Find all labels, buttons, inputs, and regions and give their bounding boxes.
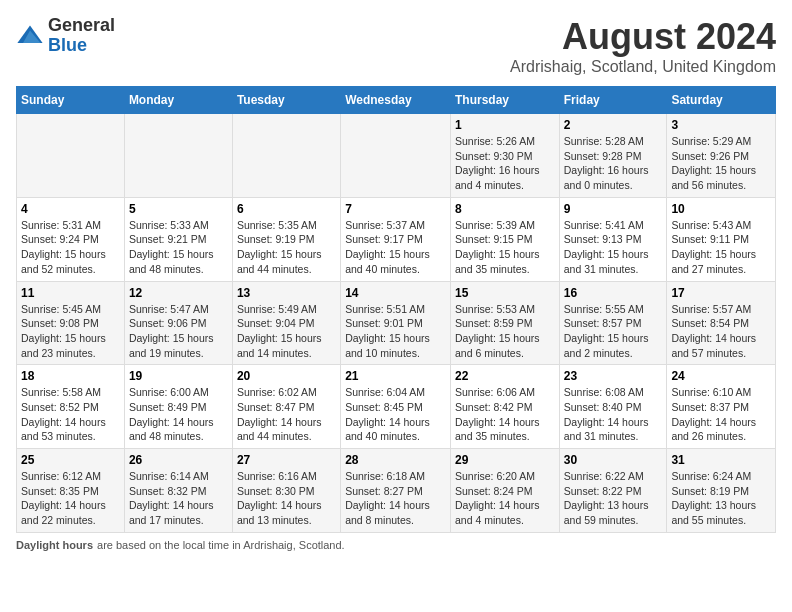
- day-number: 20: [237, 369, 336, 383]
- day-number: 19: [129, 369, 228, 383]
- cell-details: Sunrise: 6:24 AMSunset: 8:19 PMDaylight:…: [671, 469, 771, 528]
- cell-details: Sunrise: 5:41 AMSunset: 9:13 PMDaylight:…: [564, 218, 663, 277]
- day-number: 8: [455, 202, 555, 216]
- calendar-cell: 18Sunrise: 5:58 AMSunset: 8:52 PMDayligh…: [17, 365, 125, 449]
- header: General Blue August 2024 Ardrishaig, Sco…: [16, 16, 776, 76]
- logo-general: General: [48, 16, 115, 36]
- day-number: 26: [129, 453, 228, 467]
- calendar-cell: 1Sunrise: 5:26 AMSunset: 9:30 PMDaylight…: [450, 114, 559, 198]
- cell-details: Sunrise: 6:18 AMSunset: 8:27 PMDaylight:…: [345, 469, 446, 528]
- calendar-cell: 3Sunrise: 5:29 AMSunset: 9:26 PMDaylight…: [667, 114, 776, 198]
- day-number: 7: [345, 202, 446, 216]
- day-number: 18: [21, 369, 120, 383]
- day-number: 2: [564, 118, 663, 132]
- day-number: 14: [345, 286, 446, 300]
- cell-details: Sunrise: 5:55 AMSunset: 8:57 PMDaylight:…: [564, 302, 663, 361]
- cell-details: Sunrise: 6:00 AMSunset: 8:49 PMDaylight:…: [129, 385, 228, 444]
- footer-label: Daylight hours: [16, 539, 93, 551]
- calendar-cell: 27Sunrise: 6:16 AMSunset: 8:30 PMDayligh…: [232, 449, 340, 533]
- day-number: 1: [455, 118, 555, 132]
- calendar-cell: 29Sunrise: 6:20 AMSunset: 8:24 PMDayligh…: [450, 449, 559, 533]
- cell-details: Sunrise: 5:26 AMSunset: 9:30 PMDaylight:…: [455, 134, 555, 193]
- col-friday: Friday: [559, 87, 667, 114]
- day-number: 5: [129, 202, 228, 216]
- calendar-body: 1Sunrise: 5:26 AMSunset: 9:30 PMDaylight…: [17, 114, 776, 533]
- day-number: 24: [671, 369, 771, 383]
- cell-details: Sunrise: 5:45 AMSunset: 9:08 PMDaylight:…: [21, 302, 120, 361]
- calendar-cell: [232, 114, 340, 198]
- calendar-cell: 17Sunrise: 5:57 AMSunset: 8:54 PMDayligh…: [667, 281, 776, 365]
- footer: Daylight hours are based on the local ti…: [16, 539, 776, 551]
- cell-details: Sunrise: 5:58 AMSunset: 8:52 PMDaylight:…: [21, 385, 120, 444]
- header-row: Sunday Monday Tuesday Wednesday Thursday…: [17, 87, 776, 114]
- cell-details: Sunrise: 6:16 AMSunset: 8:30 PMDaylight:…: [237, 469, 336, 528]
- calendar-cell: [341, 114, 451, 198]
- col-monday: Monday: [124, 87, 232, 114]
- calendar-table: Sunday Monday Tuesday Wednesday Thursday…: [16, 86, 776, 533]
- calendar-cell: 30Sunrise: 6:22 AMSunset: 8:22 PMDayligh…: [559, 449, 667, 533]
- calendar-cell: 21Sunrise: 6:04 AMSunset: 8:45 PMDayligh…: [341, 365, 451, 449]
- calendar-cell: 15Sunrise: 5:53 AMSunset: 8:59 PMDayligh…: [450, 281, 559, 365]
- logo-blue: Blue: [48, 36, 115, 56]
- cell-details: Sunrise: 5:39 AMSunset: 9:15 PMDaylight:…: [455, 218, 555, 277]
- calendar-cell: 22Sunrise: 6:06 AMSunset: 8:42 PMDayligh…: [450, 365, 559, 449]
- day-number: 29: [455, 453, 555, 467]
- col-sunday: Sunday: [17, 87, 125, 114]
- subtitle: Ardrishaig, Scotland, United Kingdom: [510, 58, 776, 76]
- day-number: 13: [237, 286, 336, 300]
- col-saturday: Saturday: [667, 87, 776, 114]
- cell-details: Sunrise: 6:12 AMSunset: 8:35 PMDaylight:…: [21, 469, 120, 528]
- main-title: August 2024: [510, 16, 776, 58]
- day-number: 23: [564, 369, 663, 383]
- calendar-cell: 14Sunrise: 5:51 AMSunset: 9:01 PMDayligh…: [341, 281, 451, 365]
- cell-details: Sunrise: 6:10 AMSunset: 8:37 PMDaylight:…: [671, 385, 771, 444]
- logo-text: General Blue: [48, 16, 115, 56]
- cell-details: Sunrise: 5:49 AMSunset: 9:04 PMDaylight:…: [237, 302, 336, 361]
- cell-details: Sunrise: 6:14 AMSunset: 8:32 PMDaylight:…: [129, 469, 228, 528]
- day-number: 30: [564, 453, 663, 467]
- footer-text: are based on the local time in Ardrishai…: [97, 539, 345, 551]
- day-number: 22: [455, 369, 555, 383]
- day-number: 16: [564, 286, 663, 300]
- title-section: August 2024 Ardrishaig, Scotland, United…: [510, 16, 776, 76]
- day-number: 17: [671, 286, 771, 300]
- cell-details: Sunrise: 5:51 AMSunset: 9:01 PMDaylight:…: [345, 302, 446, 361]
- day-number: 25: [21, 453, 120, 467]
- cell-details: Sunrise: 6:22 AMSunset: 8:22 PMDaylight:…: [564, 469, 663, 528]
- cell-details: Sunrise: 5:57 AMSunset: 8:54 PMDaylight:…: [671, 302, 771, 361]
- cell-details: Sunrise: 6:02 AMSunset: 8:47 PMDaylight:…: [237, 385, 336, 444]
- calendar-cell: 24Sunrise: 6:10 AMSunset: 8:37 PMDayligh…: [667, 365, 776, 449]
- calendar-cell: 26Sunrise: 6:14 AMSunset: 8:32 PMDayligh…: [124, 449, 232, 533]
- calendar-cell: 31Sunrise: 6:24 AMSunset: 8:19 PMDayligh…: [667, 449, 776, 533]
- calendar-cell: [124, 114, 232, 198]
- calendar-cell: 4Sunrise: 5:31 AMSunset: 9:24 PMDaylight…: [17, 197, 125, 281]
- day-number: 9: [564, 202, 663, 216]
- cell-details: Sunrise: 5:47 AMSunset: 9:06 PMDaylight:…: [129, 302, 228, 361]
- day-number: 21: [345, 369, 446, 383]
- calendar-cell: 6Sunrise: 5:35 AMSunset: 9:19 PMDaylight…: [232, 197, 340, 281]
- cell-details: Sunrise: 5:31 AMSunset: 9:24 PMDaylight:…: [21, 218, 120, 277]
- col-tuesday: Tuesday: [232, 87, 340, 114]
- calendar-cell: 8Sunrise: 5:39 AMSunset: 9:15 PMDaylight…: [450, 197, 559, 281]
- calendar-cell: 28Sunrise: 6:18 AMSunset: 8:27 PMDayligh…: [341, 449, 451, 533]
- day-number: 10: [671, 202, 771, 216]
- cell-details: Sunrise: 5:35 AMSunset: 9:19 PMDaylight:…: [237, 218, 336, 277]
- calendar-cell: 16Sunrise: 5:55 AMSunset: 8:57 PMDayligh…: [559, 281, 667, 365]
- calendar-cell: [17, 114, 125, 198]
- calendar-row-1: 4Sunrise: 5:31 AMSunset: 9:24 PMDaylight…: [17, 197, 776, 281]
- calendar-cell: 2Sunrise: 5:28 AMSunset: 9:28 PMDaylight…: [559, 114, 667, 198]
- cell-details: Sunrise: 5:33 AMSunset: 9:21 PMDaylight:…: [129, 218, 228, 277]
- cell-details: Sunrise: 6:04 AMSunset: 8:45 PMDaylight:…: [345, 385, 446, 444]
- calendar-row-4: 25Sunrise: 6:12 AMSunset: 8:35 PMDayligh…: [17, 449, 776, 533]
- calendar-row-2: 11Sunrise: 5:45 AMSunset: 9:08 PMDayligh…: [17, 281, 776, 365]
- col-thursday: Thursday: [450, 87, 559, 114]
- calendar-cell: 13Sunrise: 5:49 AMSunset: 9:04 PMDayligh…: [232, 281, 340, 365]
- calendar-cell: 11Sunrise: 5:45 AMSunset: 9:08 PMDayligh…: [17, 281, 125, 365]
- day-number: 15: [455, 286, 555, 300]
- logo: General Blue: [16, 16, 115, 56]
- day-number: 6: [237, 202, 336, 216]
- cell-details: Sunrise: 5:29 AMSunset: 9:26 PMDaylight:…: [671, 134, 771, 193]
- cell-details: Sunrise: 6:06 AMSunset: 8:42 PMDaylight:…: [455, 385, 555, 444]
- cell-details: Sunrise: 5:43 AMSunset: 9:11 PMDaylight:…: [671, 218, 771, 277]
- cell-details: Sunrise: 5:53 AMSunset: 8:59 PMDaylight:…: [455, 302, 555, 361]
